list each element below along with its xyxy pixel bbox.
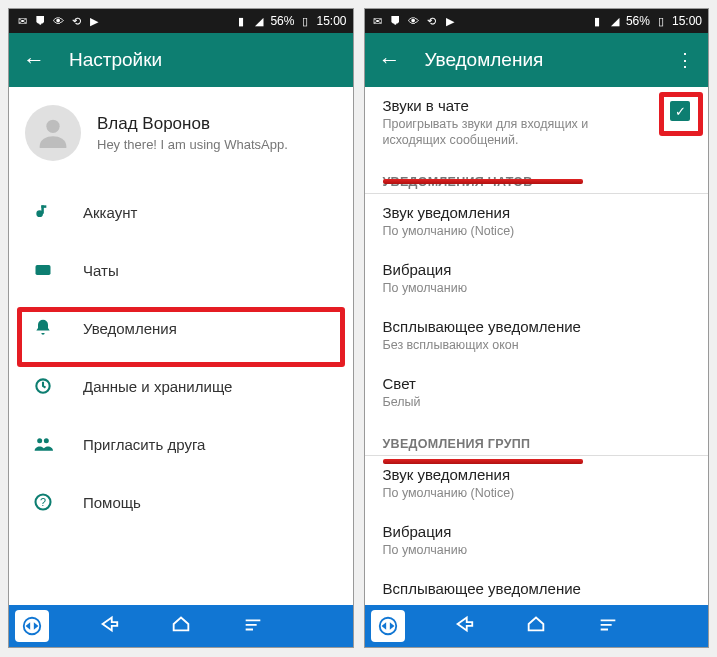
menu-data[interactable]: Данные и хранилище <box>9 357 353 415</box>
menu-chats[interactable]: Чаты <box>9 241 353 299</box>
row-sound[interactable]: Звук уведомления По умолчанию (Notice) <box>365 194 709 251</box>
row-title: Вибрация <box>383 261 691 278</box>
row-title: Звук уведомления <box>383 466 691 483</box>
row-sub: По умолчанию (Notice) <box>383 223 691 239</box>
row-title: Вибрация <box>383 523 691 540</box>
avatar <box>25 105 81 161</box>
teamviewer-icon[interactable] <box>371 610 405 642</box>
mail-icon: ✉ <box>371 14 385 28</box>
back-icon[interactable]: ← <box>23 47 45 73</box>
row-sub: По умолчанию <box>383 542 691 558</box>
battery-icon: ▯ <box>298 14 312 28</box>
nav-back[interactable] <box>98 613 120 640</box>
nav-bar <box>365 605 709 647</box>
menu-label: Уведомления <box>83 320 177 337</box>
row-group-sound[interactable]: Звук уведомления По умолчанию (Notice) <box>365 456 709 513</box>
row-sub: Проигрывать звуки для входящих и исходящ… <box>383 116 691 149</box>
help-icon: ? <box>33 492 53 512</box>
menu-label: Пригласить друга <box>83 436 205 453</box>
profile-name: Влад Воронов <box>97 114 288 134</box>
section-chats: УВЕДОМЛЕНИЯ ЧАТОВ <box>365 161 709 193</box>
nav-recent[interactable] <box>597 613 619 640</box>
svg-point-6 <box>37 438 42 443</box>
row-title: Всплывающее уведомление <box>383 318 691 335</box>
svg-rect-3 <box>41 205 46 208</box>
nav-back[interactable] <box>453 613 475 640</box>
play-icon: ▶ <box>443 14 457 28</box>
nav-home[interactable] <box>170 613 192 640</box>
row-group-popup[interactable]: Всплывающее уведомление <box>365 570 709 601</box>
back-icon[interactable]: ← <box>379 47 401 73</box>
battery-pct: 56% <box>626 14 650 28</box>
data-icon <box>33 376 53 396</box>
nav-home[interactable] <box>525 613 547 640</box>
signal-icon: ▮ <box>590 14 604 28</box>
menu-label: Помощь <box>83 494 141 511</box>
menu-account[interactable]: Аккаунт <box>9 183 353 241</box>
row-title: Свет <box>383 375 691 392</box>
eye-icon: 👁 <box>51 14 65 28</box>
menu-invite[interactable]: Пригласить друга <box>9 415 353 473</box>
svg-rect-4 <box>36 265 51 275</box>
battery-icon: ▯ <box>654 14 668 28</box>
page-title: Уведомления <box>425 49 544 71</box>
menu-label: Данные и хранилище <box>83 378 232 395</box>
app-bar: ← Уведомления ⋮ <box>365 33 709 87</box>
phone-left: ✉ ⛊ 👁 ⟲ ▶ ▮ ◢ 56% ▯ 15:00 ← Настройки Вл… <box>8 8 354 648</box>
settings-content: Влад Воронов Hey there! I am using Whats… <box>9 87 353 605</box>
checkbox-chat-sounds[interactable]: ✓ <box>670 101 690 121</box>
app-bar: ← Настройки <box>9 33 353 87</box>
menu-help[interactable]: ? Помощь <box>9 473 353 531</box>
shield-icon: ⛊ <box>389 14 403 28</box>
invite-icon <box>33 434 53 454</box>
signal-icon: ◢ <box>608 14 622 28</box>
profile-row[interactable]: Влад Воронов Hey there! I am using Whats… <box>9 87 353 183</box>
phone-right: ✉ ⛊ 👁 ⟲ ▶ ▮ ◢ 56% ▯ 15:00 ← Уведомления … <box>364 8 710 648</box>
row-sub: Белый <box>383 394 691 410</box>
row-group-vibration[interactable]: Вибрация По умолчанию <box>365 513 709 570</box>
svg-text:?: ? <box>40 496 46 508</box>
clock: 15:00 <box>672 14 702 28</box>
clock: 15:00 <box>316 14 346 28</box>
section-groups: УВЕДОМЛЕНИЯ ГРУПП <box>365 423 709 455</box>
nav-recent[interactable] <box>242 613 264 640</box>
row-sub: По умолчанию <box>383 280 691 296</box>
row-title: Звуки в чате <box>383 97 691 114</box>
status-bar: ✉ ⛊ 👁 ⟲ ▶ ▮ ◢ 56% ▯ 15:00 <box>365 9 709 33</box>
chat-icon <box>33 260 53 280</box>
row-sub: Без всплывающих окон <box>383 337 691 353</box>
play-icon: ▶ <box>87 14 101 28</box>
key-icon <box>33 202 53 222</box>
menu-label: Чаты <box>83 262 119 279</box>
profile-status: Hey there! I am using WhatsApp. <box>97 137 288 152</box>
row-title: Звук уведомления <box>383 204 691 221</box>
bell-icon <box>33 318 53 338</box>
status-bar: ✉ ⛊ 👁 ⟲ ▶ ▮ ◢ 56% ▯ 15:00 <box>9 9 353 33</box>
menu-notifications[interactable]: Уведомления <box>9 299 353 357</box>
battery-pct: 56% <box>270 14 294 28</box>
svg-point-0 <box>46 120 59 133</box>
signal-icon: ◢ <box>252 14 266 28</box>
row-popup[interactable]: Всплывающее уведомление Без всплывающих … <box>365 308 709 365</box>
row-chat-sounds[interactable]: Звуки в чате Проигрывать звуки для входя… <box>365 87 709 161</box>
row-vibration[interactable]: Вибрация По умолчанию <box>365 251 709 308</box>
teamviewer-icon[interactable] <box>15 610 49 642</box>
overflow-menu-icon[interactable]: ⋮ <box>676 49 694 71</box>
row-light[interactable]: Свет Белый <box>365 365 709 422</box>
row-sub: По умолчанию (Notice) <box>383 485 691 501</box>
page-title: Настройки <box>69 49 162 71</box>
nav-bar <box>9 605 353 647</box>
sync-icon: ⟲ <box>425 14 439 28</box>
notifications-content: Звуки в чате Проигрывать звуки для входя… <box>365 87 709 605</box>
mail-icon: ✉ <box>15 14 29 28</box>
sync-icon: ⟲ <box>69 14 83 28</box>
menu-label: Аккаунт <box>83 204 137 221</box>
eye-icon: 👁 <box>407 14 421 28</box>
row-title: Всплывающее уведомление <box>383 580 691 597</box>
signal-icon: ▮ <box>234 14 248 28</box>
svg-point-7 <box>44 438 49 443</box>
shield-icon: ⛊ <box>33 14 47 28</box>
